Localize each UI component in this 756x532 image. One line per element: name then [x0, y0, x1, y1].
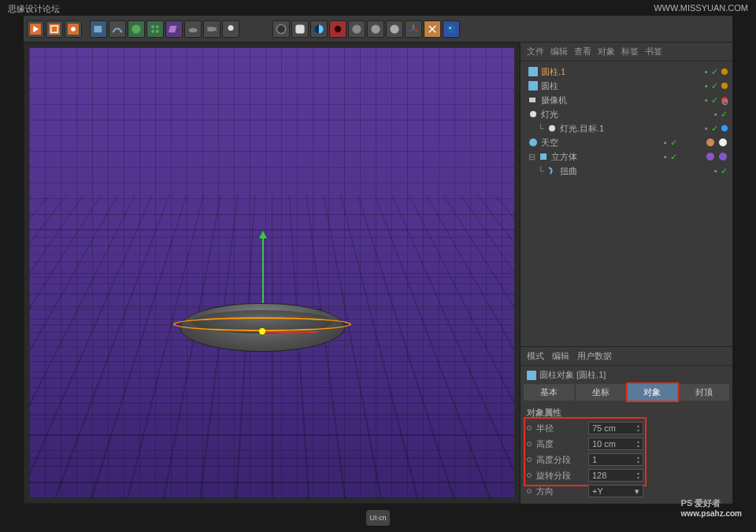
- svg-rect-14: [207, 27, 213, 31]
- prop-orientation-label: 方向: [536, 486, 584, 497]
- render-region-button[interactable]: [46, 20, 63, 38]
- display-constant-button[interactable]: [310, 20, 328, 38]
- shading-ball-2[interactable]: [367, 20, 384, 38]
- prop-hseg-label: 高度分段: [536, 454, 584, 466]
- tab-caps[interactable]: 封顶: [679, 384, 729, 401]
- empty-panel-area: [521, 203, 732, 346]
- 3d-viewport[interactable]: [24, 42, 520, 504]
- axis-center[interactable]: [259, 328, 265, 334]
- uicn-logo: UI·cn: [366, 510, 390, 526]
- cylinder-object[interactable]: [180, 303, 345, 352]
- deformer-button[interactable]: [165, 20, 183, 38]
- svg-point-10: [151, 29, 154, 32]
- svg-point-7: [132, 24, 140, 33]
- svg-point-17: [276, 24, 285, 33]
- svg-point-36: [719, 139, 727, 146]
- svg-rect-18: [295, 24, 304, 33]
- tab-coord[interactable]: 坐标: [576, 384, 626, 401]
- svg-point-33: [549, 125, 555, 131]
- attr-object-title: 圆柱对象 [圆柱.1]: [521, 366, 732, 384]
- tree-item[interactable]: 灯光▪✓: [525, 107, 728, 121]
- display-gouraud-button[interactable]: [272, 20, 290, 38]
- svg-point-27: [447, 24, 455, 33]
- material-ball-button[interactable]: [443, 20, 460, 38]
- axis-button[interactable]: [405, 20, 422, 38]
- tree-item[interactable]: 天空▪✓: [525, 135, 728, 150]
- svg-point-5: [71, 27, 76, 31]
- svg-line-26: [409, 29, 413, 31]
- tree-item[interactable]: └灯光.目标.1▪✓: [525, 121, 728, 135]
- x-axis-gizmo[interactable]: [262, 331, 317, 333]
- svg-point-34: [529, 139, 537, 146]
- viewport-scene: [29, 48, 514, 498]
- footer: UI·cn: [0, 510, 756, 526]
- svg-rect-29: [528, 67, 538, 76]
- right-panel: 文件 编辑 查看 对象 标签 书签 圆柱.1▪✓ 圆柱▪✓ 摄像机▪✓⊘ 灯光▪…: [520, 42, 732, 504]
- attr-tabs: 基本 坐标 对象 封顶: [521, 384, 732, 401]
- spline-button[interactable]: [109, 20, 126, 38]
- tab-basic[interactable]: 基本: [524, 384, 574, 401]
- tree-item[interactable]: └扭曲▪✓: [525, 164, 728, 178]
- attr-menu-mode[interactable]: 模式: [527, 350, 544, 362]
- prop-hseg-input[interactable]: 1▴▾: [588, 453, 643, 466]
- prop-radius-input[interactable]: 75 cm▴▾: [588, 422, 643, 434]
- camera-button[interactable]: [203, 20, 220, 38]
- om-menu-objects[interactable]: 对象: [598, 46, 615, 57]
- svg-point-39: [719, 153, 727, 161]
- light-button[interactable]: [222, 20, 239, 38]
- svg-point-22: [371, 24, 380, 33]
- svg-point-23: [390, 24, 398, 33]
- main-toolbar: [24, 16, 732, 42]
- om-menu-view[interactable]: 查看: [574, 46, 591, 57]
- environment-button[interactable]: [184, 20, 202, 38]
- svg-point-13: [188, 28, 197, 32]
- prop-height-label: 高度: [536, 438, 584, 450]
- prop-height-input[interactable]: 10 cm▴▾: [588, 438, 643, 450]
- nurbs-button[interactable]: [128, 20, 145, 38]
- attribute-manager: 模式 编辑 用户数据 圆柱对象 [圆柱.1] 基本 坐标 对象 封顶 对象属性: [521, 346, 732, 504]
- shading-ball-1[interactable]: [348, 20, 365, 38]
- tree-item[interactable]: 摄像机▪✓⊘: [525, 93, 728, 107]
- c4d-window: 文件 编辑 查看 对象 标签 书签 圆柱.1▪✓ 圆柱▪✓ 摄像机▪✓⊘ 灯光▪…: [24, 16, 732, 504]
- svg-rect-40: [527, 371, 536, 380]
- svg-rect-12: [169, 25, 176, 31]
- svg-point-21: [352, 24, 361, 33]
- svg-point-16: [228, 25, 234, 31]
- attr-menu-userdata[interactable]: 用户数据: [577, 350, 612, 362]
- svg-rect-30: [528, 81, 538, 91]
- svg-point-9: [156, 25, 159, 28]
- tree-item[interactable]: 圆柱▪✓: [525, 79, 728, 93]
- attr-menu-edit[interactable]: 编辑: [552, 350, 569, 362]
- display-quick-button[interactable]: [291, 20, 309, 38]
- svg-rect-31: [529, 98, 536, 102]
- svg-point-20: [335, 25, 341, 31]
- object-manager-menu: 文件 编辑 查看 对象 标签 书签: [521, 42, 732, 61]
- svg-rect-6: [94, 25, 102, 31]
- tree-item[interactable]: ⊟立方体▪✓: [525, 150, 728, 164]
- site-url: WWW.MISSYUAN.COM: [654, 3, 748, 15]
- prop-radius-label: 半径: [536, 423, 584, 434]
- tab-object[interactable]: 对象: [628, 384, 678, 401]
- om-menu-file[interactable]: 文件: [527, 46, 544, 57]
- prop-rseg-input[interactable]: 128▴▾: [588, 469, 643, 482]
- render-settings-button[interactable]: [65, 20, 82, 38]
- svg-point-28: [449, 27, 451, 29]
- shading-ball-3[interactable]: [386, 20, 403, 38]
- snap-button[interactable]: [424, 20, 441, 38]
- tree-item[interactable]: 圆柱.1▪✓: [525, 65, 728, 79]
- om-menu-edit[interactable]: 编辑: [550, 46, 568, 57]
- render-view-button[interactable]: [27, 20, 44, 38]
- watermark: PS 爱好者 www.psahz.com: [681, 495, 742, 518]
- om-menu-tags[interactable]: 标签: [621, 46, 639, 57]
- array-button[interactable]: [146, 20, 164, 38]
- prop-orientation-select[interactable]: +Y▾: [588, 485, 643, 497]
- svg-point-32: [530, 111, 536, 117]
- om-menu-bookmarks[interactable]: 书签: [645, 46, 662, 57]
- cube-primitive-button[interactable]: [90, 20, 107, 38]
- svg-line-25: [413, 29, 418, 31]
- svg-marker-15: [214, 27, 217, 31]
- object-manager-tree[interactable]: 圆柱.1▪✓ 圆柱▪✓ 摄像机▪✓⊘ 灯光▪✓ └灯光.目标.1▪✓ 天空▪✓ …: [521, 61, 732, 203]
- prop-rseg-label: 旋转分段: [536, 470, 584, 482]
- svg-point-11: [156, 29, 159, 32]
- display-hidden-button[interactable]: [329, 20, 346, 38]
